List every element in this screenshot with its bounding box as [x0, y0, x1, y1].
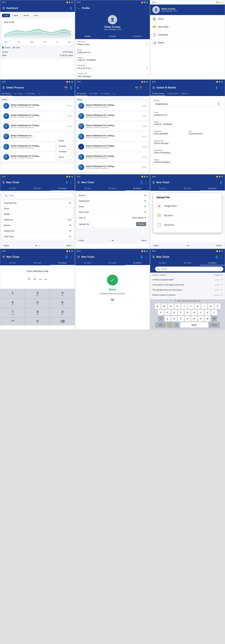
more-icon-ntw[interactable]: ⋮	[145, 181, 148, 184]
back-btn-ntw[interactable]: < Back	[78, 239, 84, 242]
wiz-tab-client-sk[interactable]: By Client	[150, 261, 175, 265]
upload-google-drive[interactable]: 🔺 Google Drive	[156, 201, 219, 211]
t1-item-4[interactable]: G Global AI-Motkamel For Trading... Web …	[77, 132, 148, 141]
wiz-tab-client-done[interactable]: By Client	[75, 261, 100, 265]
menu-icon-verify[interactable]: ☰	[2, 255, 5, 259]
ok-button[interactable]: Ok	[111, 298, 114, 301]
search-input-sk[interactable]	[161, 268, 222, 270]
tab-ticketing-details[interactable]: Ticketing Details	[150, 92, 166, 96]
tel-fax-field-ntc[interactable]: Telephone Fax	[2, 217, 73, 222]
back-btn-ntc[interactable]: < Back	[3, 244, 9, 247]
menu-icon-ntw[interactable]: ☰	[77, 181, 80, 184]
menu-new-ticket[interactable]: 🎫 New Ticket	[150, 23, 225, 31]
sk-search-box[interactable]: 🔍	[155, 266, 223, 271]
back-btn-ntu[interactable]: < Back	[153, 244, 159, 247]
t1-item-5[interactable]: ✓ Global AI-Motkamel For Trading... Web …	[77, 142, 148, 151]
more-icon-sk[interactable]: ⋮	[220, 255, 223, 259]
key-h[interactable]: H	[191, 310, 197, 315]
plus-icon-position[interactable]: +	[146, 75, 148, 78]
key-n[interactable]: N	[198, 316, 204, 322]
recent-delete-3[interactable]: ✕	[221, 289, 223, 291]
wiz-tab-project[interactable]: By Project	[25, 186, 50, 191]
tab-11-t1[interactable]: 11 ...	[112, 92, 118, 96]
tab-details[interactable]: Details	[75, 34, 100, 39]
ordertype-field-ntc[interactable]: Order Type ▼	[2, 234, 73, 239]
tab-manager[interactable]: Manager	[100, 34, 125, 39]
recent-item-1[interactable]: Contrary to popular belief 29 Nov ✕	[152, 277, 223, 282]
key-1[interactable]: 1	[0, 289, 25, 298]
t1-item-3[interactable]: G Global AI-Motkamel For Trading... Web …	[77, 122, 148, 131]
tab-4to7-t1[interactable]: 4 to 7 Days	[88, 92, 99, 96]
branch-field-ntc[interactable]: Branch ▼	[2, 222, 73, 228]
key-123[interactable]: 123	[155, 322, 166, 328]
key-special[interactable]: +*#	[0, 317, 25, 326]
key-2[interactable]: 2ABC	[25, 289, 50, 298]
key-emoji[interactable]: 😊	[167, 322, 173, 328]
area-orderstatus-field-ntw[interactable]: Area ▼ Order Stutas ▼	[77, 215, 148, 220]
wiz-tab-wizard[interactable]: By Wizard	[50, 186, 75, 191]
key-9[interactable]: 9WXYZ	[50, 308, 75, 317]
email-field-ntc[interactable]: Email	[2, 206, 73, 212]
next-btn-ntw[interactable]: Next >	[142, 239, 147, 242]
back-arrow-sk[interactable]: ←	[152, 268, 154, 270]
recent-item-4[interactable]: Roots in a piece of classical 04 Nov ✕	[152, 292, 223, 298]
key-p[interactable]: P	[214, 304, 220, 309]
menu-reports[interactable]: 📊 Reprts	[150, 39, 225, 46]
key-6[interactable]: 6MNO	[50, 298, 75, 308]
key-j[interactable]: J	[198, 310, 204, 315]
ctx-escalate[interactable]: Escalate	[56, 144, 72, 149]
wiz-tab-wizard-sk[interactable]: By Wizard	[200, 261, 225, 265]
t1-item-7[interactable]: G Global AI-Motkamel For Trading... Web …	[77, 163, 148, 172]
wiz-tab-wizard-done[interactable]: By Wizard	[125, 261, 150, 265]
client-search-input[interactable]	[9, 194, 71, 197]
camera-icon[interactable]: 📷	[64, 86, 68, 89]
key-f[interactable]: F	[178, 310, 184, 315]
recent-delete-4[interactable]: ✕	[221, 294, 223, 296]
key-0[interactable]: 0	[25, 317, 50, 326]
tab-11plus[interactable]: 11 ...	[37, 92, 44, 96]
avatar-icon-done[interactable]: 👤	[140, 255, 143, 259]
menu-contact[interactable]: 📋 ContactUs	[150, 31, 225, 39]
key-i[interactable]: I	[201, 304, 207, 309]
key-8[interactable]: 8TUV	[25, 308, 50, 317]
branch-field-ntw[interactable]: Branch ▼	[77, 193, 148, 198]
key-u[interactable]: U	[195, 304, 200, 309]
key-3[interactable]: 3DEF	[50, 289, 75, 298]
key-k[interactable]: K	[204, 310, 210, 315]
key-shift[interactable]: ⇧	[158, 316, 164, 322]
upload-document[interactable]: 📄 Document	[156, 220, 219, 230]
avatar-icon-gai[interactable]: 👤	[215, 86, 218, 89]
back-arrow-icon[interactable]: ←	[77, 6, 80, 10]
ticket-item-1[interactable]: G Global AI-Motkamel For Trading... Web …	[2, 101, 73, 110]
recent-item-2[interactable]: Lorem ipsum is not simply random text 27…	[152, 282, 223, 288]
key-w[interactable]: W	[161, 304, 167, 309]
order-field-ntw[interactable]: Order ▼	[77, 204, 148, 210]
key-5[interactable]: 5JKL	[25, 298, 50, 308]
key-z[interactable]: Z	[164, 316, 170, 322]
key-s[interactable]: S	[164, 310, 170, 315]
more-icon-ntc[interactable]: ⋮	[70, 181, 73, 184]
wiz-tab-client-v[interactable]: By Client	[0, 261, 25, 265]
tab-all-ticketing[interactable]: All Ticketing	[0, 92, 12, 96]
key-7[interactable]: 7PQRS	[0, 308, 25, 317]
tab-8to10-t1[interactable]: 8 to 10 Days	[99, 92, 112, 96]
menu-icon-sk[interactable]: ☰	[152, 255, 155, 259]
dept-field-ntc[interactable]: Department ▼	[2, 228, 73, 234]
avatar-icon-up[interactable]: 👤	[69, 86, 73, 89]
key-y[interactable]: Y	[188, 304, 194, 309]
upload-my-drive[interactable]: 📁 My Drive	[156, 211, 219, 220]
ticket-item-4[interactable]: G Global AI-Motkamel For... Web App, Dev…	[2, 132, 73, 141]
key-kb-backspace[interactable]: ⌫	[211, 316, 217, 322]
key-t[interactable]: T	[181, 304, 187, 309]
ordertype-field-ntw[interactable]: Order Type ▼	[77, 210, 148, 215]
key-space[interactable]: space	[180, 322, 208, 328]
wiz-tab-client-ntu[interactable]: By Client	[150, 186, 175, 191]
key-r[interactable]: R	[175, 304, 180, 309]
menu-icon-ntc[interactable]: ☰	[2, 181, 5, 184]
ticket-item-3[interactable]: G Global AI-Motkamel For Trading... Web …	[2, 122, 73, 131]
cam-icon-t1[interactable]: 📷	[135, 86, 138, 89]
filter-1week[interactable]: 1 Week	[11, 14, 20, 17]
next-btn-ntu[interactable]: Next >	[216, 244, 222, 247]
key-a[interactable]: A	[158, 310, 164, 315]
key-l[interactable]: L	[211, 310, 217, 315]
